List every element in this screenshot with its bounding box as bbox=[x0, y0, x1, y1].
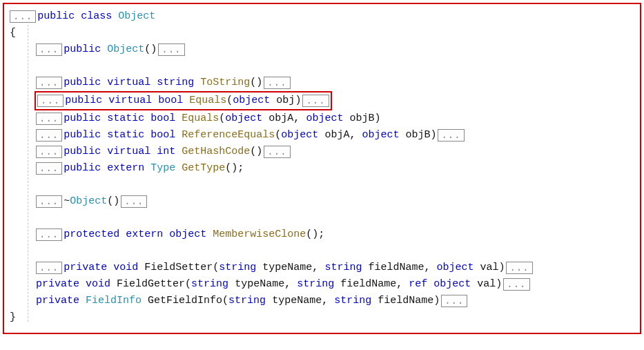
keyword: string bbox=[219, 260, 256, 276]
keyword: static bbox=[107, 110, 144, 127]
indent-guide bbox=[28, 25, 28, 322]
fold-icon[interactable]: ... bbox=[302, 95, 329, 107]
fold-icon[interactable]: ... bbox=[36, 262, 62, 274]
keyword: class bbox=[81, 8, 112, 25]
keyword: extern bbox=[107, 160, 144, 177]
keyword: bool bbox=[150, 127, 175, 144]
fold-icon[interactable]: ... bbox=[158, 43, 184, 56]
line-fieldsetter: ... private void FieldSetter ( string ty… bbox=[10, 260, 634, 276]
keyword: object bbox=[169, 226, 206, 243]
keyword: private bbox=[36, 293, 79, 309]
line-open-brace: { bbox=[10, 25, 634, 41]
code-viewer: ... public class Object { ... public Obj… bbox=[3, 3, 641, 334]
keyword: protected bbox=[64, 226, 119, 243]
keyword: string bbox=[191, 276, 228, 293]
method-name: ReferenceEquals bbox=[182, 127, 275, 144]
keyword: string bbox=[157, 75, 194, 91]
fold-icon[interactable]: ... bbox=[36, 229, 62, 241]
method-name: FieldGetter bbox=[117, 276, 185, 293]
method-name: GetHashCode bbox=[182, 144, 250, 160]
blank-line bbox=[10, 210, 634, 226]
params: (); bbox=[306, 226, 324, 243]
keyword: static bbox=[107, 127, 144, 144]
fold-icon[interactable]: ... bbox=[506, 262, 532, 274]
blank-line bbox=[10, 177, 634, 193]
line-memberwiseclone: ... protected extern object MemberwiseCl… bbox=[10, 226, 634, 243]
fold-icon[interactable]: ... bbox=[36, 195, 62, 208]
fold-icon[interactable]: ... bbox=[441, 295, 467, 307]
line-destructor: ... ~ Object () ... bbox=[10, 193, 634, 210]
keyword: object bbox=[225, 110, 262, 127]
keyword: public bbox=[37, 8, 75, 25]
line-constructor: ... public Object () ... bbox=[10, 41, 634, 58]
line-class-header: ... public class Object bbox=[10, 8, 634, 25]
keyword: int bbox=[157, 144, 175, 160]
blank-line bbox=[10, 58, 634, 75]
method-name: Equals bbox=[189, 93, 226, 109]
params: () bbox=[250, 144, 262, 160]
line-referenceequals: ... public static bool ReferenceEquals (… bbox=[10, 127, 634, 144]
line-fieldgetter: private void FieldGetter ( string typeNa… bbox=[10, 276, 634, 293]
fold-icon[interactable]: ... bbox=[121, 195, 147, 208]
keyword: private bbox=[36, 276, 79, 293]
params: (); bbox=[225, 160, 244, 177]
fold-icon[interactable]: ... bbox=[37, 95, 64, 107]
keyword: virtual bbox=[108, 93, 152, 109]
type-name: FieldInfo bbox=[86, 293, 142, 309]
keyword: string bbox=[297, 276, 334, 293]
keyword: void bbox=[86, 276, 110, 293]
line-gettype: ... public extern Type GetType (); bbox=[10, 160, 634, 177]
highlight-box: ... public virtual bool Equals ( object … bbox=[35, 91, 332, 110]
line-gethashcode: ... public virtual int GetHashCode () ..… bbox=[10, 144, 634, 160]
keyword: ref bbox=[409, 276, 427, 293]
keyword: public bbox=[64, 160, 101, 177]
keyword: public bbox=[64, 144, 101, 160]
fold-icon[interactable]: ... bbox=[36, 162, 62, 175]
method-name: FieldSetter bbox=[144, 260, 213, 276]
fold-icon[interactable]: ... bbox=[264, 146, 290, 158]
keyword: public bbox=[64, 127, 101, 144]
fold-icon[interactable]: ... bbox=[36, 77, 62, 89]
keyword: object bbox=[362, 127, 399, 144]
brace: { bbox=[10, 25, 16, 41]
keyword: object bbox=[436, 260, 474, 276]
type-name: Object bbox=[70, 193, 107, 210]
line-getfieldinfo: private FieldInfo GetFieldInfo ( string … bbox=[10, 293, 634, 309]
keyword: string bbox=[228, 293, 266, 309]
method-name: GetType bbox=[182, 160, 225, 177]
keyword: public bbox=[64, 75, 101, 91]
brace: } bbox=[10, 309, 16, 326]
blank-line bbox=[10, 243, 634, 260]
keyword: public bbox=[64, 41, 101, 58]
method-name: Equals bbox=[182, 110, 219, 127]
fold-icon[interactable]: ... bbox=[10, 10, 36, 23]
keyword: object bbox=[306, 110, 343, 127]
fold-icon[interactable]: ... bbox=[264, 77, 290, 89]
method-name: ToString bbox=[200, 75, 250, 91]
type-name: Object bbox=[107, 41, 144, 58]
keyword: virtual bbox=[107, 144, 150, 160]
fold-icon[interactable]: ... bbox=[36, 113, 62, 125]
keyword: string bbox=[334, 293, 371, 309]
keyword: virtual bbox=[107, 75, 150, 91]
keyword: public bbox=[64, 110, 101, 127]
keyword: void bbox=[113, 260, 138, 276]
keyword: object bbox=[281, 127, 318, 144]
fold-icon[interactable]: ... bbox=[36, 146, 62, 158]
line-equals-virtual: ... public virtual bool Equals ( object … bbox=[10, 91, 634, 110]
params: () bbox=[250, 75, 262, 91]
keyword: extern bbox=[126, 226, 163, 243]
line-tostring: ... public virtual string ToString () ..… bbox=[10, 75, 634, 91]
keyword: object bbox=[433, 276, 471, 293]
keyword: bool bbox=[158, 93, 183, 109]
fold-icon[interactable]: ... bbox=[36, 129, 62, 142]
keyword: public bbox=[65, 93, 102, 109]
type-name: Object bbox=[118, 8, 155, 25]
fold-icon[interactable]: ... bbox=[503, 278, 529, 291]
keyword: bool bbox=[150, 110, 175, 127]
fold-icon[interactable]: ... bbox=[438, 129, 464, 142]
line-close-brace: } bbox=[10, 309, 634, 326]
fold-icon[interactable]: ... bbox=[36, 43, 62, 56]
method-name: MemberwiseClone bbox=[213, 226, 306, 243]
keyword: object bbox=[233, 93, 270, 109]
